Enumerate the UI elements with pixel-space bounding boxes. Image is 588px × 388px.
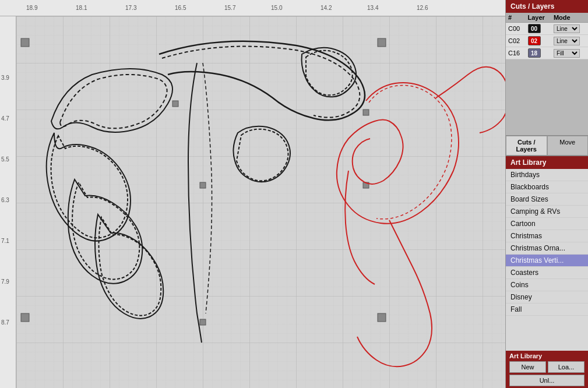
- art-library-footer-label: Art Library: [509, 352, 585, 359]
- layer-mode-select-c02[interactable]: Line Fill: [554, 37, 580, 45]
- footer-buttons: New Loa...: [509, 361, 585, 373]
- art-item-camping-rvs[interactable]: Camping & RVs: [506, 206, 588, 218]
- tab-cuts-layers[interactable]: Cuts / Layers: [506, 136, 547, 156]
- ruler-tick: 18.9: [26, 5, 37, 11]
- ruler-tick: 18.1: [76, 5, 87, 11]
- art-library-header: Art Library: [506, 156, 588, 169]
- art-item-disney[interactable]: Disney: [506, 291, 588, 304]
- layer-row-c02[interactable]: C02 02 Line Fill: [506, 35, 588, 47]
- ruler-tick-v: 7.1: [1, 238, 9, 244]
- load-button[interactable]: Loa...: [548, 361, 585, 373]
- art-item-board-sizes[interactable]: Board Sizes: [506, 193, 588, 206]
- svg-rect-6: [363, 110, 369, 115]
- right-panel: Cuts / Layers # Layer Mode C00 00: [505, 0, 588, 388]
- ruler-left: 3.9 4.7 5.5 6.3 7.1 7.9 8.7: [0, 16, 16, 388]
- art-item-christmas[interactable]: Christmas: [506, 230, 588, 242]
- layer-color-c00: 00: [526, 23, 551, 35]
- ruler-tick: 17.3: [125, 5, 136, 11]
- ruler-tick: 16.5: [175, 5, 186, 11]
- canvas-area[interactable]: 18.9 18.1 17.3 16.5 15.7 15.0 14.2 13.4 …: [0, 0, 505, 388]
- svg-rect-2: [378, 38, 386, 47]
- art-item-christmas-orna[interactable]: Christmas Orna...: [506, 242, 588, 255]
- canvas-svg: [16, 16, 505, 388]
- layer-color-c02: 02: [526, 35, 551, 47]
- art-item-fall[interactable]: Fall: [506, 304, 588, 316]
- layer-row-c16[interactable]: C16 18 Fill Line: [506, 47, 588, 59]
- col-header-mode: Mode: [551, 13, 588, 23]
- art-item-blackboards[interactable]: Blackboards: [506, 181, 588, 193]
- art-item-coins[interactable]: Coins: [506, 279, 588, 291]
- ruler-tick: 15.0: [271, 5, 282, 11]
- layer-swatch-c16: 18: [528, 48, 541, 58]
- tab-bar: Cuts / Layers Move: [506, 135, 588, 156]
- art-item-christmas-verti[interactable]: Christmas Verti...: [506, 255, 588, 267]
- art-item-birthdays[interactable]: Birthdays: [506, 169, 588, 181]
- ruler-tick-v: 6.3: [1, 197, 9, 203]
- layer-color-c16: 18: [526, 47, 551, 59]
- ruler-tick: 15.7: [224, 5, 235, 11]
- layer-mode-c00[interactable]: Line Fill: [551, 23, 588, 35]
- ruler-tick: 12.6: [417, 5, 428, 11]
- art-library-list[interactable]: Birthdays Blackboards Board Sizes Campin…: [506, 169, 588, 351]
- art-library-footer: Art Library New Loa... Unl...: [506, 351, 588, 388]
- layer-id-c00: C00: [506, 23, 526, 35]
- layer-mode-select-c16[interactable]: Fill Line: [554, 49, 580, 58]
- ruler-tick-v: 3.9: [1, 75, 9, 81]
- col-header-id: #: [506, 13, 526, 23]
- layer-id-c16: C16: [506, 47, 526, 59]
- layer-row-c00[interactable]: C00 00 Line Fill: [506, 23, 588, 35]
- svg-rect-3: [378, 313, 386, 322]
- cuts-layers-section: # Layer Mode C00 00 Line Fill: [506, 13, 588, 59]
- svg-rect-1: [21, 313, 29, 322]
- svg-rect-0: [21, 38, 29, 47]
- ruler-tick: 14.2: [321, 5, 332, 11]
- tab-move[interactable]: Move: [547, 136, 589, 156]
- unlock-button[interactable]: Unl...: [509, 375, 585, 386]
- ruler-top: 18.9 18.1 17.3 16.5 15.7 15.0 14.2 13.4 …: [0, 0, 505, 16]
- ruler-tick-v: 7.9: [1, 278, 9, 285]
- ruler-tick-v: 8.7: [1, 319, 9, 326]
- layer-mode-c16[interactable]: Fill Line: [551, 47, 588, 59]
- cuts-layers-header: Cuts / Layers: [506, 0, 588, 13]
- spacer-area: [506, 59, 588, 135]
- col-header-layer: Layer: [526, 13, 551, 23]
- ruler-tick: 13.4: [367, 5, 378, 11]
- layer-swatch-c00: 00: [528, 24, 541, 33]
- new-button[interactable]: New: [509, 361, 546, 373]
- svg-rect-4: [172, 101, 178, 107]
- svg-rect-5: [200, 182, 206, 188]
- ruler-tick-v: 5.5: [1, 156, 9, 163]
- ruler-tick-v: 4.7: [1, 115, 9, 122]
- svg-rect-8: [200, 319, 206, 325]
- art-library-title: Art Library: [510, 158, 546, 167]
- art-item-cartoon[interactable]: Cartoon: [506, 218, 588, 230]
- layer-swatch-c02: 02: [528, 36, 541, 45]
- cuts-layers-title: Cuts / Layers: [510, 2, 554, 10]
- layer-mode-select-c00[interactable]: Line Fill: [554, 24, 580, 33]
- layer-id-c02: C02: [506, 35, 526, 47]
- art-item-coasters[interactable]: Coasters: [506, 267, 588, 279]
- layers-table: # Layer Mode C00 00 Line Fill: [506, 13, 588, 59]
- art-library-section: Art Library Birthdays Blackboards Board …: [506, 156, 588, 388]
- layer-mode-c02[interactable]: Line Fill: [551, 35, 588, 47]
